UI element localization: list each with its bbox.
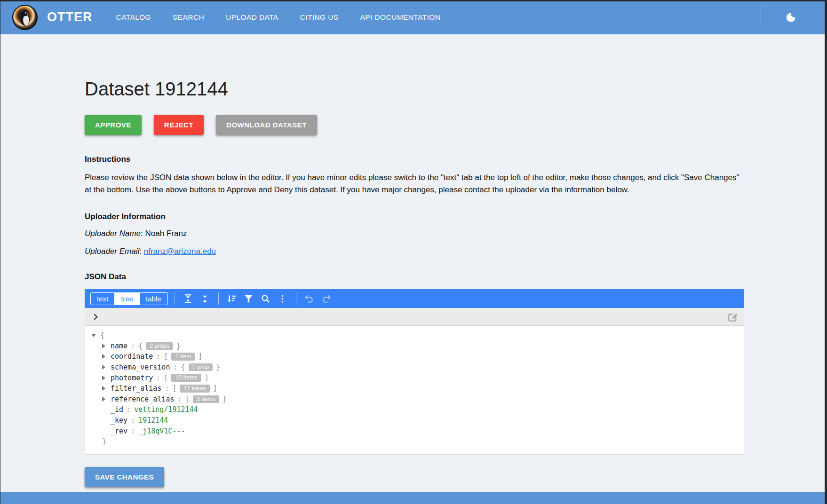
instructions-heading: Instructions [85, 155, 744, 164]
uploader-email-label: Uploader Email [85, 247, 139, 256]
colon: : [131, 342, 135, 350]
json-key[interactable]: filter_alias [111, 384, 161, 393]
colon: : [156, 352, 160, 361]
toolbar-separator [296, 292, 296, 305]
sort-button[interactable] [225, 291, 239, 306]
brand-title[interactable]: OTTER [47, 10, 93, 24]
json-tree-row-id: _id : vetting/1912144 [85, 404, 744, 415]
json-tree-row-key: _key : 1912144 [85, 415, 744, 426]
json-key[interactable]: photometry [111, 374, 153, 382]
nav-item-api-documentation[interactable]: API DOCUMENTATION [360, 13, 441, 22]
uploader-name-value: Noah Franz [145, 229, 187, 238]
toolbar-separator [175, 292, 175, 305]
close-brace: } [102, 437, 106, 446]
save-changes-button[interactable]: SAVE CHANGES [85, 467, 164, 487]
main-content: Dataset 1912144 APPROVE REJECT DOWNLOAD … [85, 34, 744, 487]
nav-item-citing-us[interactable]: CITING US [300, 13, 339, 22]
reject-button[interactable]: REJECT [154, 115, 204, 135]
json-key[interactable]: coordinate [111, 352, 153, 361]
approve-button[interactable]: APPROVE [85, 115, 142, 135]
tab-table[interactable]: table [139, 292, 168, 305]
more-options-button[interactable] [276, 291, 290, 306]
json-key[interactable]: reference_alias [111, 395, 174, 403]
count-chip[interactable]: 1 item [171, 353, 195, 361]
json-tree-row-rev: _rev : _j18qV1C--- [85, 425, 744, 436]
json-value[interactable]: 1912144 [138, 416, 168, 425]
open-bracket: [ [172, 384, 176, 393]
expand-all-button[interactable] [181, 291, 195, 306]
separator: : [141, 229, 145, 238]
nav-item-catalog[interactable]: CATALOG [116, 13, 151, 22]
json-tree-row-schema-version: schema_version : { 1 prop } [85, 362, 744, 373]
json-tree-root-row: { [85, 330, 744, 341]
nav-item-upload-data[interactable]: UPLOAD DATA [226, 13, 278, 22]
window-edge-left [0, 0, 0, 504]
editor-toolbar: text tree table [85, 289, 744, 308]
json-key[interactable]: name [111, 342, 127, 350]
count-chip[interactable]: 2 props [146, 342, 173, 350]
navbar-divider [761, 5, 761, 30]
moon-icon [784, 11, 796, 24]
separator: : [139, 247, 143, 256]
collapse-all-button[interactable] [198, 291, 212, 306]
otter-logo[interactable] [12, 5, 38, 30]
uploader-email-link[interactable]: nfranz@arizona.edu [144, 247, 216, 256]
collapse-arrow-icon[interactable] [91, 334, 96, 337]
open-bracket: { [138, 342, 143, 350]
close-bracket: } [216, 363, 220, 371]
footer-bar [0, 492, 827, 504]
json-tree-row-reference-alias: reference_alias : [ 3 items ] [85, 394, 744, 405]
expand-all-icon [183, 293, 193, 304]
count-chip[interactable]: 3 items [193, 395, 219, 403]
redo-button[interactable] [319, 291, 334, 306]
count-chip[interactable]: 17 items [180, 385, 209, 393]
json-key[interactable]: _rev [111, 427, 127, 435]
edit-pencil-icon [727, 311, 739, 323]
undo-button[interactable] [302, 291, 317, 306]
json-editor: text tree table [85, 289, 744, 455]
editor-navigation-bar [85, 308, 744, 326]
more-options-icon [277, 293, 288, 304]
json-key[interactable]: schema_version [111, 363, 170, 371]
instructions-text: Please review the JSON data shown below … [85, 172, 744, 196]
collapse-nav-button[interactable] [90, 312, 101, 322]
filter-button[interactable] [242, 291, 256, 306]
chevron-right-icon [90, 312, 101, 322]
open-bracket: [ [164, 352, 168, 361]
search-button[interactable] [259, 291, 273, 306]
dark-mode-toggle[interactable] [781, 8, 800, 27]
filter-icon [243, 293, 254, 304]
json-key[interactable]: _id [111, 405, 123, 414]
expand-arrow-icon[interactable] [102, 344, 105, 348]
close-bracket: ] [223, 395, 227, 403]
json-data-heading: JSON Data [85, 272, 744, 282]
count-chip[interactable]: 1 prop [189, 363, 213, 371]
close-bracket: ] [198, 352, 202, 361]
action-buttons: APPROVE REJECT DOWNLOAD DATASET [85, 115, 744, 135]
uploader-info-heading: Uploader Information [85, 212, 744, 221]
json-tree-view: { name : { 2 props } coordinate : [ 1 it… [85, 326, 744, 455]
count-chip[interactable]: 10 items [171, 374, 201, 382]
expand-arrow-icon[interactable] [102, 354, 105, 359]
json-value[interactable]: _j18qV1C--- [138, 427, 185, 435]
download-dataset-button[interactable]: DOWNLOAD DATASET [216, 115, 317, 135]
tab-text[interactable]: text [90, 292, 115, 305]
open-bracket: { [181, 363, 185, 371]
window-edge-right [825, 0, 827, 504]
nav-item-search[interactable]: SEARCH [173, 13, 204, 22]
tab-tree[interactable]: tree [114, 292, 140, 305]
expand-arrow-icon[interactable] [102, 397, 105, 402]
open-bracket: [ [164, 374, 168, 382]
expand-arrow-icon[interactable] [102, 376, 105, 380]
undo-icon [304, 293, 315, 304]
page-title: Dataset 1912144 [85, 79, 744, 100]
window-edge-top [0, 0, 827, 1]
colon: : [131, 427, 135, 435]
edit-json-button[interactable] [727, 311, 739, 323]
expand-arrow-icon[interactable] [102, 386, 105, 391]
expand-arrow-icon[interactable] [102, 365, 105, 370]
json-key[interactable]: _key [111, 416, 127, 425]
json-tree-row-photometry: photometry : [ 10 items ] [85, 372, 744, 383]
json-value[interactable]: vetting/1912144 [134, 405, 198, 414]
toolbar-separator [218, 292, 219, 305]
